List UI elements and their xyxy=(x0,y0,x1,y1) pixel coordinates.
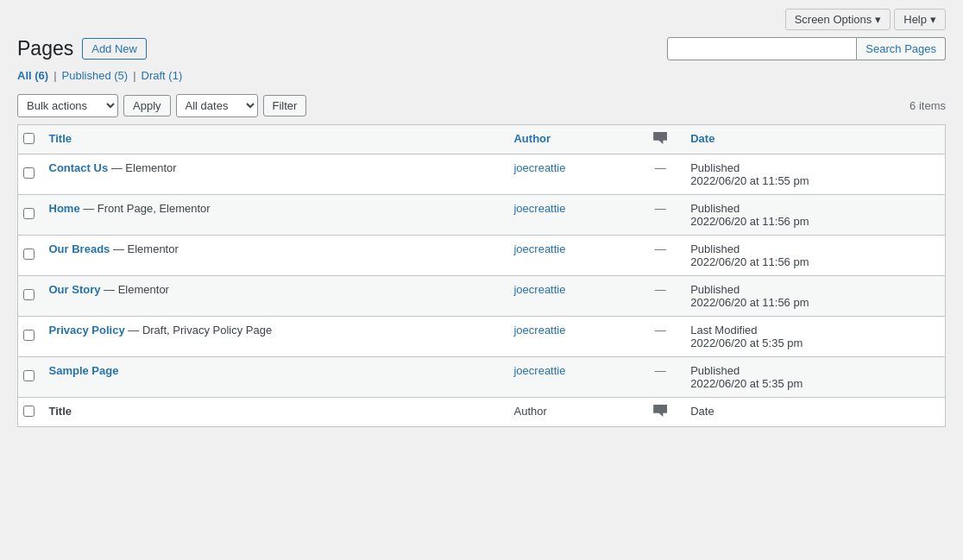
row-checkbox-cell xyxy=(18,154,41,195)
row-title-cell: Privacy Policy — Draft, Privacy Policy P… xyxy=(41,317,506,357)
footer-check-column xyxy=(18,398,41,427)
dates-select[interactable]: All dates June 2022 xyxy=(176,94,258,117)
row-date-value: 2022/06/20 at 5:35 pm xyxy=(690,337,936,349)
row-comments-cell: — xyxy=(639,154,682,195)
row-checkbox[interactable] xyxy=(23,370,35,381)
screen-options-chevron-icon: ▾ xyxy=(875,13,881,26)
row-comments-cell: — xyxy=(639,276,682,317)
header-date[interactable]: Date xyxy=(682,125,945,154)
bulk-actions-select[interactable]: Bulk actions Edit Move to Trash xyxy=(17,94,118,117)
row-checkbox-cell xyxy=(18,276,41,317)
sep-2: | xyxy=(133,69,135,82)
table-row: Our Story — ElementorEdit | Quick Edit |… xyxy=(18,276,946,317)
row-subtitle: — Elementor xyxy=(100,283,168,296)
filter-draft-link[interactable]: Draft (1) xyxy=(142,69,183,82)
row-checkbox-cell xyxy=(18,357,41,398)
row-date-value: 2022/06/20 at 11:56 pm xyxy=(690,296,936,309)
row-checkbox[interactable] xyxy=(23,289,35,300)
row-comments-cell: — xyxy=(639,195,682,236)
row-date-cell: Published2022/06/20 at 5:35 pm xyxy=(682,357,945,398)
screen-options-button[interactable]: Screen Options ▾ xyxy=(785,9,891,30)
row-date-status: Published xyxy=(690,283,936,296)
row-date-status: Published xyxy=(690,161,936,174)
footer-comment-bubble-icon xyxy=(653,405,667,417)
row-title-cell: Home — Front Page, ElementorEdit | Quick… xyxy=(41,195,506,236)
select-all-checkbox-bottom[interactable] xyxy=(23,406,35,417)
row-author-link[interactable]: joecreattie xyxy=(513,324,565,337)
header-author: Author xyxy=(505,125,639,154)
help-chevron-icon: ▾ xyxy=(930,13,936,26)
row-date-status: Published xyxy=(690,364,936,377)
row-comments-value: — xyxy=(655,364,666,377)
row-author-cell: joecreattie xyxy=(505,236,639,276)
row-author-link[interactable]: joecreattie xyxy=(513,364,565,377)
row-checkbox[interactable] xyxy=(23,330,35,341)
row-date-cell: Published2022/06/20 at 11:56 pm xyxy=(682,236,945,276)
table-body: Contact Us — ElementorEdit | Quick Edit … xyxy=(18,154,946,398)
table-header-row: Title Author Date xyxy=(18,125,946,154)
row-title-link[interactable]: Home xyxy=(49,202,80,215)
row-author-link[interactable]: joecreattie xyxy=(513,283,565,296)
add-new-button[interactable]: Add New xyxy=(82,38,147,60)
footer-comments xyxy=(639,398,682,427)
row-author-link[interactable]: joecreattie xyxy=(513,161,565,174)
row-title-cell: Sample PageEdit | Quick Edit | Trash | V… xyxy=(41,357,506,398)
row-title-cell: Our Breads — ElementorEdit | Quick Edit … xyxy=(41,236,506,276)
apply-button[interactable]: Apply xyxy=(123,95,171,116)
row-checkbox[interactable] xyxy=(23,167,35,179)
help-button[interactable]: Help ▾ xyxy=(894,9,946,30)
footer-author: Author xyxy=(505,398,639,427)
row-date-status: Last Modified xyxy=(690,324,936,337)
row-title-link[interactable]: Privacy Policy xyxy=(49,324,125,337)
row-comments-value: — xyxy=(655,161,666,174)
row-date-status: Published xyxy=(690,242,936,255)
row-comments-cell: — xyxy=(639,317,682,357)
select-all-checkbox-top[interactable] xyxy=(23,133,35,144)
row-author-cell: joecreattie xyxy=(505,317,639,357)
row-title-link[interactable]: Contact Us xyxy=(49,161,109,174)
row-title-link[interactable]: Sample Page xyxy=(49,364,119,377)
row-title-link[interactable]: Our Breads xyxy=(49,242,110,255)
search-section: Search Pages xyxy=(667,37,946,60)
search-pages-button[interactable]: Search Pages xyxy=(857,37,946,60)
filter-button[interactable]: Filter xyxy=(263,95,307,116)
row-subtitle: — Front Page, Elementor xyxy=(80,202,211,215)
row-comments-cell: — xyxy=(639,236,682,276)
row-checkbox[interactable] xyxy=(23,249,35,260)
row-comments-cell: — xyxy=(639,357,682,398)
row-title-link[interactable]: Our Story xyxy=(49,283,101,296)
row-author-cell: joecreattie xyxy=(505,357,639,398)
comment-bubble-icon xyxy=(653,132,667,144)
row-author-cell: joecreattie xyxy=(505,276,639,317)
help-label: Help xyxy=(903,13,927,26)
filter-published-link[interactable]: Published (5) xyxy=(62,69,129,82)
row-date-status: Published xyxy=(690,202,936,215)
header-title[interactable]: Title xyxy=(41,125,506,154)
footer-date: Date xyxy=(682,398,945,427)
row-author-cell: joecreattie xyxy=(505,154,639,195)
row-comments-value: — xyxy=(655,324,666,337)
row-date-value: 2022/06/20 at 5:35 pm xyxy=(690,377,936,390)
screen-options-label: Screen Options xyxy=(795,13,872,26)
filter-links: All (6) | Published (5) | Draft (1) xyxy=(17,69,182,82)
row-date-value: 2022/06/20 at 11:56 pm xyxy=(690,215,936,228)
row-subtitle: — Draft, Privacy Policy Page xyxy=(125,324,273,337)
row-title-cell: Contact Us — ElementorEdit | Quick Edit … xyxy=(41,154,506,195)
table-row: Privacy Policy — Draft, Privacy Policy P… xyxy=(18,317,946,357)
row-date-cell: Published2022/06/20 at 11:56 pm xyxy=(682,276,945,317)
filter-all-link[interactable]: All (6) xyxy=(17,69,48,82)
row-author-link[interactable]: joecreattie xyxy=(513,202,565,215)
row-author-cell: joecreattie xyxy=(505,195,639,236)
table-footer-row: Title Author Date xyxy=(18,398,946,427)
header-comments xyxy=(639,125,682,154)
table-row: Our Breads — ElementorEdit | Quick Edit … xyxy=(18,236,946,276)
header-check-column xyxy=(18,125,41,154)
row-comments-value: — xyxy=(655,242,666,255)
row-author-link[interactable]: joecreattie xyxy=(513,242,565,255)
items-count: 6 items xyxy=(910,99,946,112)
page-title: Pages xyxy=(17,37,73,60)
search-input[interactable] xyxy=(667,37,857,60)
row-date-cell: Published2022/06/20 at 11:55 pm xyxy=(682,154,945,195)
row-checkbox[interactable] xyxy=(23,208,35,219)
row-checkbox-cell xyxy=(18,195,41,236)
